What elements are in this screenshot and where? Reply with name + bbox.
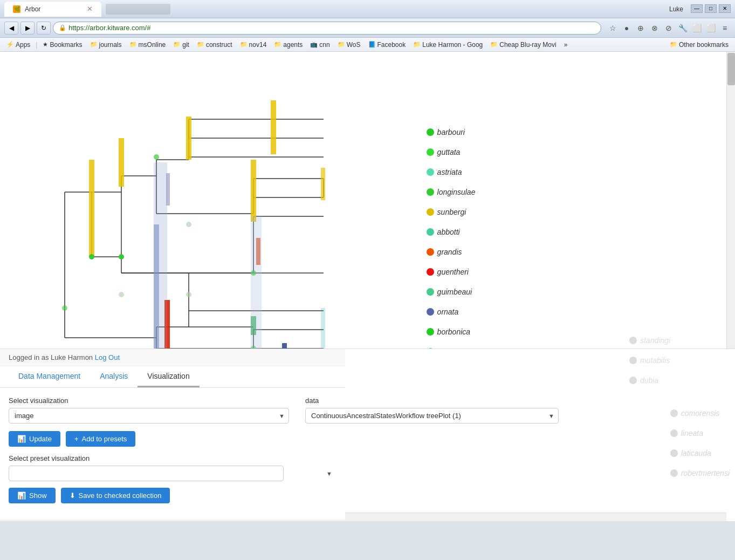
bookmark-label: Other bookmarks — [679, 41, 729, 49]
plus-icon: + — [74, 435, 79, 443]
refresh-button[interactable]: ↻ — [37, 22, 51, 35]
svg-rect-48 — [271, 100, 276, 154]
tab-analysis[interactable]: Analysis — [90, 366, 138, 387]
svg-line-14 — [189, 138, 324, 160]
preset-select-label: Select preset visualization — [9, 454, 336, 462]
back-button[interactable]: ◀ — [4, 22, 18, 35]
viz-select-wrap: image ▼ — [9, 408, 289, 424]
svg-point-57 — [119, 292, 124, 297]
extension-icon4[interactable]: 🔧 — [677, 22, 689, 34]
species-dot — [427, 288, 434, 296]
close-window-button[interactable]: ✕ — [719, 4, 731, 13]
bookmark-cnn[interactable]: 📺 cnn — [308, 40, 332, 50]
bookmark-label: msOnline — [139, 41, 166, 49]
add-presets-button[interactable]: + Add to presets — [66, 431, 135, 447]
species-dot — [427, 188, 434, 196]
species-name: guentheri — [437, 268, 469, 276]
browser-tab[interactable]: 🌿 Arbor ✕ — [4, 2, 101, 17]
login-text: Logged in as Luke Harmon — [9, 353, 93, 361]
nav-toolbar: ◀ ▶ ↻ 🔒 https://arbor.kitware.com/# ☆ ● … — [0, 18, 735, 38]
action-buttons-row: 📊 Update + Add to presets — [9, 431, 336, 447]
bookmark-msonline[interactable]: 📁 msOnline — [127, 40, 168, 50]
preset-select-dropdown[interactable] — [9, 466, 284, 481]
bookmark-label: git — [182, 41, 189, 49]
folder-icon: 📁 — [670, 41, 677, 48]
preset-select-wrap: ▼ — [9, 466, 336, 481]
list-item: guttata — [427, 142, 476, 162]
svg-point-59 — [186, 222, 191, 227]
tab-close-button[interactable]: ✕ — [87, 5, 93, 13]
svg-rect-40 — [89, 160, 94, 257]
bookmark-more[interactable]: » — [562, 40, 570, 50]
extension-icon3[interactable]: ⊘ — [663, 22, 675, 34]
folder-icon: 📁 — [490, 41, 498, 48]
bookmark-facebook[interactable]: 📘 Facebook — [366, 40, 408, 50]
bookmark-bookmarks[interactable]: ★ Bookmarks — [40, 40, 84, 50]
list-item: barbouri — [427, 122, 476, 142]
extension-icon5[interactable]: ⬜ — [691, 22, 703, 34]
bookmark-git[interactable]: 📁 git — [171, 40, 191, 50]
list-item: longinsulae — [427, 182, 476, 202]
bookmark-label: WoS — [347, 41, 361, 49]
species-dot — [427, 308, 434, 316]
folder-icon: 📁 — [90, 41, 98, 48]
list-item: grandis — [427, 242, 476, 262]
bookmark-apps[interactable]: ⚡ Apps — [4, 40, 32, 50]
bookmark-nov14[interactable]: 📁 nov14 — [238, 40, 269, 50]
extension-icon1[interactable]: ⊕ — [635, 22, 647, 34]
panel-content: Logged in as Luke Harmon Log Out Data Ma… — [0, 349, 345, 520]
save-collection-button[interactable]: ⬇ Save to checked collection — [61, 488, 170, 503]
maximize-button[interactable]: □ — [705, 4, 717, 13]
folder-icon: 📁 — [129, 41, 137, 48]
bookmark-agents[interactable]: 📁 agents — [272, 40, 305, 50]
profile-icon[interactable]: ● — [621, 22, 633, 34]
menu-icon[interactable]: ≡ — [719, 22, 731, 34]
address-bar[interactable]: 🔒 https://arbor.kitware.com/# — [53, 22, 601, 35]
phylogenetic-tree-svg — [22, 84, 426, 354]
minimize-button[interactable]: — — [691, 4, 703, 13]
cnn-icon: 📺 — [310, 41, 318, 48]
scrollbar-thumb[interactable] — [727, 53, 735, 85]
title-bar: 🌿 Arbor ✕ Luke — □ ✕ — [0, 0, 735, 18]
viz-select-dropdown[interactable]: image — [9, 408, 289, 424]
list-item: borbonica — [427, 322, 476, 342]
tab-visualization[interactable]: Visualization — [138, 366, 199, 387]
list-item: sunbergi — [427, 202, 476, 222]
bookmark-label: » — [564, 41, 568, 49]
bookmark-bluray[interactable]: 📁 Cheap Blu-ray Movi — [488, 40, 558, 50]
bookmark-label: Cheap Blu-ray Movi — [499, 41, 556, 49]
page-content: barbouri guttata astriata longinsulae su… — [0, 52, 735, 521]
window-user-label: Luke — [664, 4, 689, 14]
bookmark-label: Facebook — [377, 41, 406, 49]
forward-button[interactable]: ▶ — [20, 22, 35, 35]
address-text: https://arbor.kitware.com/# — [68, 24, 150, 32]
viz-form-row: Select visualization image ▼ data — [9, 397, 336, 424]
viz-select-group: Select visualization image ▼ — [9, 397, 289, 424]
star-icon: ★ — [43, 41, 48, 48]
logout-link[interactable]: Log Out — [95, 353, 120, 361]
folder-icon: 📁 — [338, 41, 345, 48]
tab-data-management[interactable]: Data Management — [9, 366, 90, 387]
show-button[interactable]: 📊 Show — [9, 488, 56, 503]
tree-scrollbar[interactable] — [726, 52, 735, 375]
species-dot — [427, 328, 434, 336]
bookmark-lukeharmon[interactable]: 📁 Luke Harmon - Goog — [411, 40, 485, 50]
svg-point-53 — [154, 154, 159, 160]
bookmark-star-icon[interactable]: ☆ — [607, 22, 619, 34]
bookmark-label: journals — [99, 41, 122, 49]
data-select-dropdown[interactable]: ContinuousAncestralStatesWorkflow treePl… — [305, 408, 559, 424]
update-button[interactable]: 📊 Update — [9, 431, 60, 447]
species-name-gray: dubia — [640, 376, 658, 385]
svg-rect-62 — [251, 216, 262, 354]
bookmark-wos[interactable]: 📁 WoS — [335, 40, 363, 50]
species-name: sunbergi — [437, 208, 466, 216]
species-name: astriata — [437, 168, 462, 176]
login-bar: Logged in as Luke Harmon Log Out — [0, 349, 345, 366]
bookmark-construct[interactable]: 📁 construct — [195, 40, 235, 50]
species-name: longinsulae — [437, 188, 476, 196]
panel-tabs: Data Management Analysis Visualization — [0, 366, 345, 388]
extension-icon2[interactable]: ⊗ — [649, 22, 661, 34]
bookmark-journals[interactable]: 📁 journals — [88, 40, 124, 50]
extension-icon6[interactable]: ⬜ — [705, 22, 717, 34]
bookmark-other[interactable]: 📁 Other bookmarks — [668, 40, 731, 50]
